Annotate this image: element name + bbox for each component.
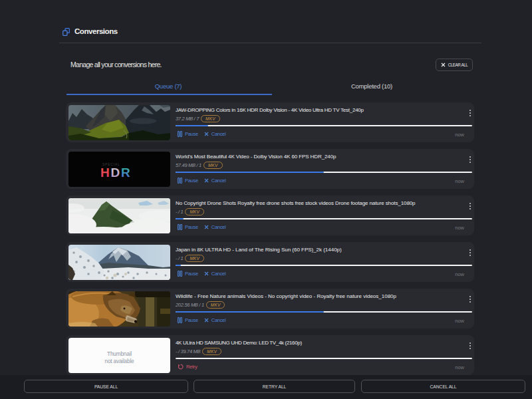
svg-text:H: H (100, 166, 110, 180)
svg-text:D: D (111, 166, 120, 180)
svg-text:R: R (121, 166, 130, 180)
